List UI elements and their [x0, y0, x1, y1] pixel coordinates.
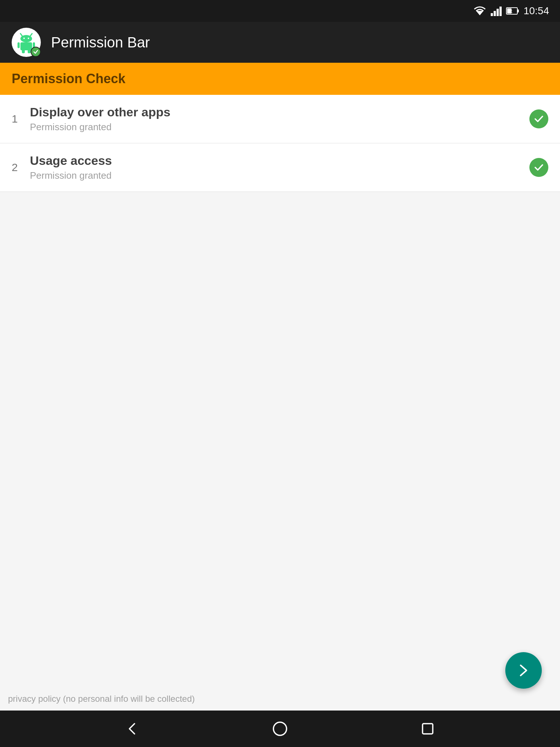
- status-bar: 10:54: [0, 0, 560, 22]
- app-badge: [31, 47, 41, 57]
- svg-rect-6: [517, 9, 519, 12]
- privacy-policy: privacy policy (no personal info will be…: [8, 694, 195, 704]
- svg-rect-2: [494, 11, 496, 16]
- signal-icon: [491, 6, 502, 16]
- recent-icon: [420, 721, 436, 737]
- permission-list: 1 Display over other apps Permission gra…: [0, 95, 560, 403]
- permission-item-2: 2 Usage access Permission granted: [0, 143, 560, 192]
- wifi-icon: [473, 6, 486, 16]
- permission-item-1: 1 Display over other apps Permission gra…: [0, 95, 560, 143]
- status-time: 10:54: [524, 5, 549, 17]
- svg-rect-4: [499, 7, 502, 16]
- section-header: Permission Check: [0, 63, 560, 95]
- app-icon-container: [12, 28, 41, 57]
- svg-rect-1: [491, 13, 493, 16]
- permission-status-1: Permission granted: [30, 121, 529, 133]
- recent-button[interactable]: [413, 714, 442, 743]
- status-icons: 10:54: [473, 5, 549, 17]
- home-button[interactable]: [265, 714, 295, 743]
- app-bar: Permission Bar: [0, 22, 560, 63]
- svg-rect-17: [28, 50, 31, 53]
- permission-info-1: Display over other apps Permission grant…: [30, 105, 529, 133]
- svg-marker-0: [476, 11, 483, 15]
- svg-point-18: [273, 722, 287, 735]
- svg-rect-16: [22, 50, 25, 53]
- permission-number-2: 2: [12, 161, 30, 174]
- svg-rect-19: [423, 724, 433, 734]
- permission-check-2: [529, 158, 548, 177]
- permission-name-2: Usage access: [30, 154, 529, 168]
- back-button[interactable]: [118, 714, 147, 743]
- app-title: Permission Bar: [51, 34, 150, 51]
- next-fab[interactable]: [505, 652, 542, 689]
- privacy-policy-text: privacy policy (no personal info will be…: [8, 694, 195, 704]
- arrow-right-icon: [515, 662, 532, 679]
- svg-rect-14: [18, 42, 20, 48]
- home-icon: [272, 721, 288, 737]
- nav-bar: [0, 711, 560, 747]
- section-title: Permission Check: [12, 71, 125, 86]
- battery-icon: [506, 6, 519, 16]
- svg-rect-3: [497, 9, 499, 16]
- back-icon: [124, 720, 141, 738]
- permission-check-1: [529, 109, 548, 128]
- permission-name-1: Display over other apps: [30, 105, 529, 119]
- svg-point-10: [20, 35, 32, 42]
- svg-point-12: [28, 38, 29, 39]
- content-area: privacy policy (no personal info will be…: [0, 403, 560, 711]
- svg-rect-13: [20, 42, 32, 50]
- permission-status-2: Permission granted: [30, 170, 529, 181]
- svg-point-11: [23, 38, 25, 39]
- permission-info-2: Usage access Permission granted: [30, 154, 529, 181]
- permission-number-1: 1: [12, 113, 30, 125]
